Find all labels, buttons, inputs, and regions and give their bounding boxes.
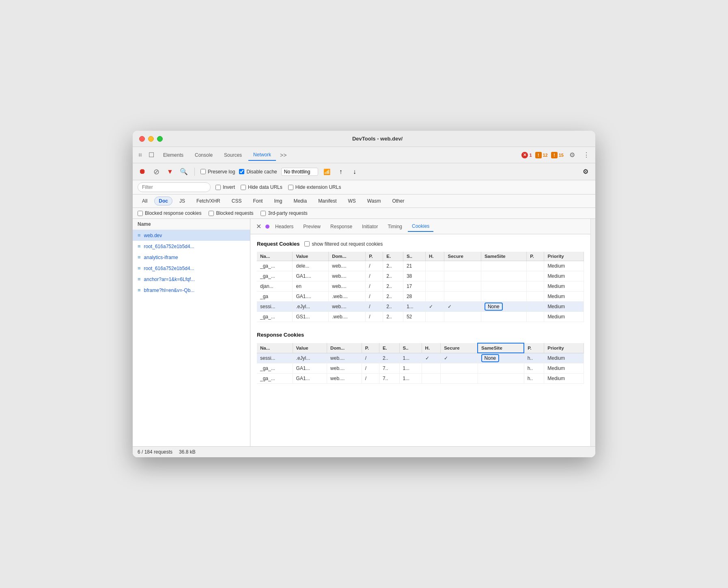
file-name-bframe: bframe?hl=en&v=-Qb... — [144, 288, 195, 293]
request-cookie-row[interactable]: _ga_... dele... web.... / 2.. 21 Medium — [257, 261, 584, 271]
value-cell: .eJyl... — [293, 353, 327, 363]
third-party-checkbox[interactable]: 3rd-party requests — [261, 210, 307, 216]
show-filtered-input[interactable] — [304, 241, 310, 246]
toolbar-settings-button[interactable]: ⚙ — [581, 167, 590, 177]
wifi-icon[interactable]: 📶 — [322, 167, 332, 177]
cursor-icon[interactable]: ⌗ — [136, 150, 144, 160]
detail-tab-initiator[interactable]: Initiator — [358, 222, 382, 231]
settings-button[interactable]: ⚙ — [567, 149, 577, 160]
filter-icon[interactable]: ▼ — [165, 167, 175, 177]
show-filtered-checkbox[interactable]: show filtered out request cookies — [304, 241, 383, 247]
file-item-webdev[interactable]: ≡ web.dev — [133, 230, 250, 241]
hide-data-urls-input[interactable] — [241, 185, 246, 190]
record-button[interactable]: ⏺ — [138, 167, 147, 177]
search-button[interactable]: 🔍 — [179, 167, 189, 177]
device-icon[interactable]: ☐ — [146, 149, 157, 160]
hide-extension-urls-checkbox[interactable]: Hide extension URLs — [288, 184, 341, 190]
hide-extension-urls-input[interactable] — [288, 185, 293, 190]
col-samesite: SameSite — [478, 343, 524, 353]
detail-tab-timing[interactable]: Timing — [383, 222, 406, 231]
samesite-cell — [481, 281, 526, 292]
file-icon-analytics: ≡ — [138, 254, 141, 260]
size-cell: 28 — [403, 292, 425, 302]
more-options-button[interactable]: ⋮ — [581, 149, 592, 160]
priority-cell: Medium — [544, 353, 584, 363]
filter-input[interactable] — [138, 182, 211, 192]
maximize-button[interactable] — [157, 136, 163, 142]
disable-cache-input[interactable] — [239, 169, 244, 174]
upload-button[interactable]: ↑ — [336, 167, 346, 177]
throttle-select-wrapper[interactable]: No throttling — [281, 168, 318, 176]
response-cookies-header-row: Na... Value Dom... P. E. S.. H. Secure S… — [257, 343, 584, 353]
file-icon-webdev: ≡ — [138, 232, 141, 238]
close-button[interactable] — [139, 136, 145, 142]
request-cookie-row[interactable]: _ga GA1.... .web.... / 2.. 28 Medium — [257, 292, 584, 302]
filter-img[interactable]: Img — [269, 197, 286, 205]
expires-cell: 2.. — [383, 271, 403, 281]
filter-other[interactable]: Other — [388, 197, 409, 205]
size-cell: 38 — [403, 271, 425, 281]
tab-network[interactable]: Network — [248, 149, 276, 161]
domain-cell: web.... — [329, 281, 366, 292]
filter-wasm[interactable]: Wasm — [363, 197, 386, 205]
expires-cell: 7.. — [379, 374, 399, 384]
detail-tab-preview[interactable]: Preview — [299, 222, 325, 231]
detail-tab-cookies[interactable]: Cookies — [408, 221, 433, 232]
tab-sources[interactable]: Sources — [219, 150, 247, 160]
blocked-requests-input[interactable] — [209, 211, 214, 216]
filter-css[interactable]: CSS — [227, 197, 246, 205]
blocked-cookies-checkbox[interactable]: Blocked response cookies — [138, 210, 201, 216]
file-item-root1[interactable]: ≡ root_616a752e1b5d4... — [133, 241, 250, 252]
request-cookie-row[interactable]: djan... en web.... / 2.. 17 Medium — [257, 281, 584, 292]
filter-doc[interactable]: Doc — [154, 197, 172, 205]
file-item-anchor[interactable]: ≡ anchor?ar=1&k=6Lfqf... — [133, 274, 250, 285]
response-cookie-row[interactable]: _ga_... GA1... web.... / 7.. 1... h.. Me… — [257, 374, 584, 384]
devtools-window: DevTools - web.dev/ ⌗ ☐ Elements Console… — [133, 131, 595, 457]
request-cookie-row[interactable]: _ga_... GA1.... web.... / 2.. 38 Medium — [257, 271, 584, 281]
file-item-analytics[interactable]: ≡ analytics-iframe — [133, 252, 250, 263]
preserve-log-input[interactable] — [200, 169, 206, 174]
requests-count: 6 / 184 requests — [138, 449, 172, 455]
preserve-log-checkbox[interactable]: Preserve log — [200, 169, 235, 175]
detail-tab-headers[interactable]: Headers — [271, 222, 297, 231]
blocked-requests-checkbox[interactable]: Blocked requests — [209, 210, 253, 216]
file-name-webdev: web.dev — [144, 233, 162, 238]
expires-cell: 2.. — [379, 353, 399, 363]
filter-font[interactable]: Font — [248, 197, 267, 205]
filter-js[interactable]: JS — [175, 197, 190, 205]
filter-fetch-xhr[interactable]: Fetch/XHR — [192, 197, 225, 205]
tab-elements[interactable]: Elements — [158, 150, 188, 160]
invert-checkbox[interactable]: Invert — [215, 184, 235, 190]
tab-console[interactable]: Console — [190, 150, 218, 160]
throttle-select[interactable]: No throttling — [281, 168, 318, 176]
filter-ws[interactable]: WS — [343, 197, 360, 205]
minimize-button[interactable] — [148, 136, 154, 142]
name-cell: sessi... — [257, 302, 293, 312]
tab-more-button[interactable]: >> — [278, 150, 289, 160]
domain-cell: web.... — [329, 261, 366, 271]
disable-cache-checkbox[interactable]: Disable cache — [239, 169, 277, 175]
priority-cell: Medium — [544, 302, 584, 312]
invert-input[interactable] — [215, 185, 221, 190]
file-icon-root2: ≡ — [138, 265, 141, 271]
request-cookie-row[interactable]: sessi... .eJyl... web.... / 2.. 1... ✓ ✓… — [257, 302, 584, 312]
clear-button[interactable]: ⊘ — [151, 167, 161, 177]
blocked-cookies-input[interactable] — [138, 211, 143, 216]
download-button[interactable]: ↓ — [350, 167, 360, 177]
third-party-input[interactable] — [261, 211, 266, 216]
request-cookie-row[interactable]: _ga_... GS1... .web.... / 2.. 52 Medium — [257, 312, 584, 322]
filter-manifest[interactable]: Manifest — [314, 197, 341, 205]
detail-close-button[interactable]: ✕ — [254, 222, 264, 231]
file-item-bframe[interactable]: ≡ bframe?hl=en&v=-Qb... — [133, 285, 250, 296]
filter-media[interactable]: Media — [289, 197, 311, 205]
response-cookie-row[interactable]: sessi... .eJyl... web.... / 2.. 1... ✓ ✓… — [257, 353, 584, 363]
right-scrollbar[interactable] — [590, 219, 595, 446]
file-item-root2[interactable]: ≡ root_616a752e1b5d4... — [133, 263, 250, 274]
p-cell — [527, 261, 544, 271]
col-domain: Dom... — [327, 343, 362, 353]
response-cookie-row[interactable]: _ga_... GA1... web.... / 7.. 1... h.. Me… — [257, 363, 584, 374]
detail-tab-response[interactable]: Response — [326, 222, 356, 231]
filter-all[interactable]: All — [138, 197, 152, 205]
name-cell: _ga_... — [257, 271, 293, 281]
hide-data-urls-checkbox[interactable]: Hide data URLs — [241, 184, 282, 190]
